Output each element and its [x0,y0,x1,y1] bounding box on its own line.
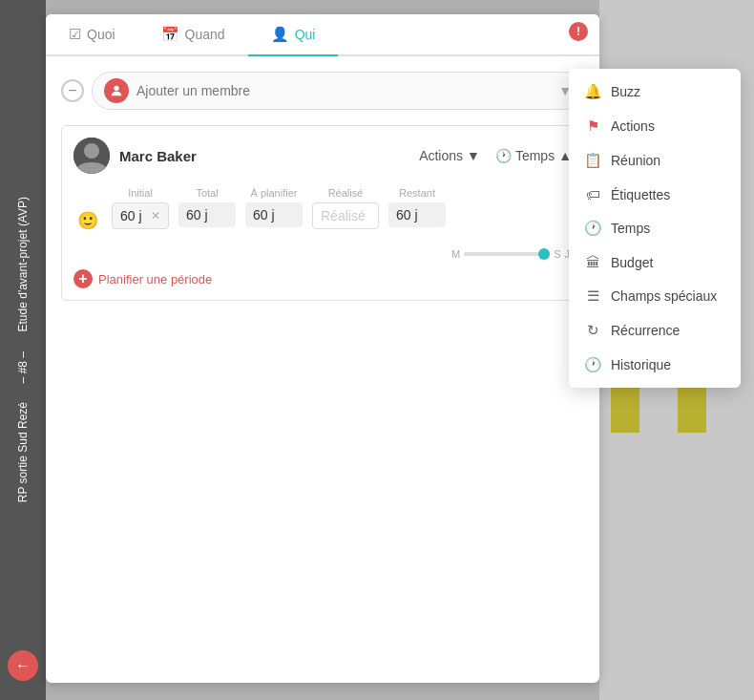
field-a-planifier: À planifier 60 j [245,187,303,227]
recurrence-label: Récurrence [611,323,680,338]
plan-label: Planifier une période [98,272,212,286]
initial-clear-icon[interactable]: ✕ [151,209,160,223]
slider-thumb[interactable] [538,248,550,260]
initial-label: Initial [112,187,169,199]
remove-member-button[interactable]: − [61,79,84,102]
menu-item-reunion[interactable]: 📋 Réunion [569,143,741,178]
budget-icon: 🏛 [584,254,601,270]
avatar [73,138,110,174]
actions-button[interactable]: Actions ▼ [419,148,480,163]
member-input-wrap[interactable]: ▼ [92,72,584,110]
user-header: Marc Baker Actions ▼ 🕐 Temps ▲ [73,138,572,174]
a-planifier-value: 60 j [253,207,295,223]
buzz-label: Buzz [611,84,640,99]
realise-input[interactable]: Réalisé [312,202,379,229]
slider-m-label: M [451,248,460,260]
buzz-icon: 🔔 [584,83,601,100]
emoji-button[interactable]: 🙂 [73,206,102,235]
champs-label: Champs spéciaux [611,288,717,304]
back-button[interactable]: ← [8,650,38,681]
recurrence-icon: ↻ [584,322,601,339]
historique-icon: 🕐 [584,356,601,373]
historique-label: Historique [611,357,671,372]
slider-fill [464,252,550,256]
quand-icon: 📅 [161,26,179,43]
menu-item-historique[interactable]: 🕐 Historique [569,348,741,382]
slider-row: M S J [73,248,572,260]
svg-point-2 [84,143,99,159]
member-row: − ▼ [61,72,584,110]
sidebar-text-2: – #8 – [16,351,30,383]
sidebar-text-3: RP sortie Sud Rezé [16,402,30,502]
user-name: Marc Baker [119,148,197,164]
menu-item-champs[interactable]: ☰ Champs spéciaux [569,279,741,313]
user-actions: Actions ▼ 🕐 Temps ▲ [419,148,572,163]
initial-value: 60 j [120,208,147,223]
svg-point-0 [114,86,118,91]
member-input[interactable] [136,83,558,98]
dropdown-menu: 🔔 Buzz ⚑ Actions 📋 Réunion 🏷 Étiquettes … [569,69,741,388]
realise-label: Réalisé [312,187,379,199]
restant-label: Restant [388,187,446,199]
main-panel: ☑ Quoi 📅 Quand 👤 Qui ! − ▼ [46,14,599,683]
content-area: − ▼ [46,56,599,316]
menu-item-etiquettes[interactable]: 🏷 Étiquettes [569,178,741,211]
slider-track[interactable] [464,252,550,256]
menu-item-actions[interactable]: ⚑ Actions [569,109,741,143]
field-initial: Initial 60 j ✕ [112,187,169,229]
menu-item-recurrence[interactable]: ↻ Récurrence [569,313,741,348]
actions-menu-icon: ⚑ [584,117,601,135]
clock-icon: 🕐 [495,148,512,163]
champs-icon: ☰ [584,287,601,305]
a-planifier-input[interactable]: 60 j [245,202,303,227]
tab-quoi-label: Quoi [87,27,115,42]
notification-badge: ! [569,22,588,41]
temps-label: Temps [515,148,555,163]
actions-label: Actions [419,148,463,163]
total-label: Total [178,187,236,199]
plan-plus-icon: + [73,269,93,288]
quoi-icon: ☑ [69,26,81,43]
initial-input[interactable]: 60 j ✕ [112,202,169,229]
user-info: Marc Baker [73,138,197,174]
restant-value: 60 j [396,207,438,223]
qui-icon: 👤 [271,26,289,43]
total-input[interactable]: 60 j [178,202,236,227]
tab-qui[interactable]: 👤 Qui [248,14,339,56]
time-fields: 🙂 Initial 60 j ✕ Total 60 j À planifier [73,187,572,235]
temps-button[interactable]: 🕐 Temps ▲ [495,148,572,163]
menu-item-temps[interactable]: 🕐 Temps [569,211,741,245]
member-avatar-icon [104,78,129,103]
reunion-icon: 📋 [584,152,601,169]
plan-row[interactable]: + Planifier une période [73,269,572,288]
restant-input[interactable]: 60 j [388,202,446,227]
total-value: 60 j [186,207,228,223]
temps-menu-icon: 🕐 [584,220,601,237]
slider-s-label: S [554,248,560,260]
field-realise: Réalisé Réalisé [312,187,379,229]
tab-qui-label: Qui [295,27,316,42]
a-planifier-label: À planifier [245,187,303,199]
sidebar-text-1: Etude d'avant-projet (AVP) [16,197,30,331]
temps-menu-label: Temps [611,221,650,236]
tab-quand-label: Quand [185,27,225,42]
menu-item-budget[interactable]: 🏛 Budget [569,245,741,279]
realise-placeholder: Réalisé [321,208,366,223]
field-restant: Restant 60 j [388,187,446,227]
reunion-label: Réunion [611,153,660,168]
tab-quoi[interactable]: ☑ Quoi [46,14,138,56]
budget-label: Budget [611,255,653,270]
actions-chevron-icon: ▼ [467,148,480,163]
user-card: Marc Baker Actions ▼ 🕐 Temps ▲ 🙂 [61,125,584,301]
etiquettes-label: Étiquettes [611,187,670,202]
field-total: Total 60 j [178,187,236,227]
tabs-bar: ☑ Quoi 📅 Quand 👤 Qui ! [46,14,599,56]
actions-menu-label: Actions [611,118,655,134]
sidebar: Etude d'avant-projet (AVP) – #8 – RP sor… [0,0,46,700]
menu-item-buzz[interactable]: 🔔 Buzz [569,74,741,109]
etiquettes-icon: 🏷 [584,186,601,202]
tab-quand[interactable]: 📅 Quand [138,14,248,56]
